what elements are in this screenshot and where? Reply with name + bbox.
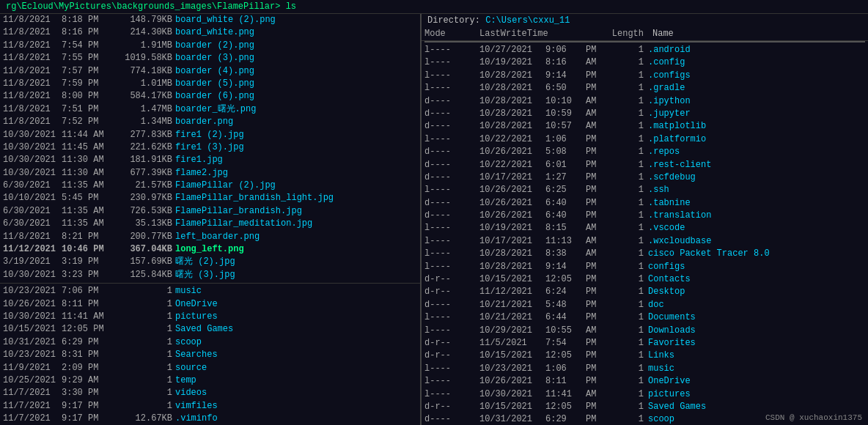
table-row[interactable]: d----10/28/202110:59AM1.jupyter (422, 108, 868, 120)
left-pane-content[interactable]: 11/8/20218:18 PM148.79KBboard_white (2).… (0, 14, 420, 425)
table-row[interactable]: l----10/23/20211:06PM1music (422, 363, 868, 375)
list-item[interactable]: 10/30/20213:23 PM125.84KB曙光 (3).jpg (0, 269, 420, 281)
table-row[interactable]: d-r--10/15/202112:05PM1Links (422, 350, 868, 362)
top-bar-text: rg\Ecloud\MyPictures\backgrounds_images\… (6, 1, 296, 12)
list-item[interactable]: 3/19/20213:19 PM157.69KB曙光 (2).jpg (0, 256, 420, 268)
list-item[interactable]: 11/7/20219:17 PM12.67KB.viminfo (0, 413, 420, 425)
table-row[interactable]: d----10/26/20215:08PM1.repos (422, 146, 868, 158)
table-row[interactable]: d----10/26/20216:40PM1.tabnine (422, 197, 868, 210)
dir-path: C:\Users\cxxu_11 (485, 15, 570, 26)
list-item[interactable]: 10/30/202111:44 AM277.83KBfire1 (2).jpg (0, 129, 420, 141)
table-row[interactable]: d-r--10/15/202112:05PM1Contacts (422, 273, 868, 286)
list-item[interactable]: 10/10/20215:45 PM230.97KBFlamePillar_bra… (0, 192, 420, 204)
list-item[interactable]: 6/30/202111:35 AM21.57KBFlamePillar (2).… (0, 180, 420, 192)
list-item[interactable]: 10/23/20217:06 PM1music (0, 285, 420, 298)
list-item[interactable]: 11/7/20213:30 PM1videos (0, 387, 420, 399)
list-item[interactable]: 11/7/20219:17 PM1vimfiles (0, 400, 420, 413)
left-pane-wrapper: 11/8/20218:18 PM148.79KBboard_white (2).… (0, 14, 420, 425)
list-item[interactable]: 11/8/20217:57 PM774.18KBboarder (4).png (0, 65, 420, 78)
table-row[interactable]: d----10/26/20216:40PM1.translation (422, 210, 868, 222)
table-row[interactable]: d----10/28/202110:57AM1.matplotlib (422, 120, 868, 133)
list-item[interactable]: 10/31/20216:29 PM1scoop (0, 336, 420, 349)
header-lwt: LastWriteTime (479, 29, 608, 39)
header-len: Length (608, 29, 648, 39)
table-row[interactable]: l----10/28/20218:38AM1cisco Packet Trace… (422, 248, 868, 260)
list-item[interactable]: 10/30/202111:30 AM677.39KBflame2.jpg (0, 167, 420, 180)
list-item[interactable]: 10/30/202111:45 AM221.62KBfire1 (3).jpg (0, 141, 420, 154)
table-row[interactable]: l----10/27/20219:06PM1.android (422, 44, 868, 56)
right-pane-content[interactable]: l----10/27/20219:06PM1.androidl----10/19… (422, 44, 868, 425)
list-item[interactable]: 11/12/202110:46 PM367.04KBlong_left.png (0, 243, 420, 256)
table-row[interactable]: l----10/17/202111:13AM1.wxcloudbase (422, 235, 868, 248)
list-item[interactable]: 11/8/20217:59 PM1.01MBboarder (5).png (0, 78, 420, 90)
table-row[interactable]: l----10/26/20218:11PM1OneDrive (422, 375, 868, 388)
dir-header: Directory: C:\Users\cxxu_11 (422, 14, 868, 27)
left-pane-divider (0, 283, 420, 284)
table-row[interactable]: d----10/21/20215:48PM1doc (422, 299, 868, 311)
list-item[interactable]: 10/15/202112:05 PM1Saved Games (0, 323, 420, 336)
list-item[interactable]: 6/30/202111:35 AM726.53KBFlamePillar_bra… (0, 205, 420, 218)
list-item[interactable]: 11/8/20217:54 PM1.91MBboarder (2).png (0, 40, 420, 52)
table-row[interactable]: l----10/22/20211:06PM1.platformio (422, 133, 868, 146)
header-mode: Mode (424, 29, 479, 39)
list-item[interactable]: 11/8/20218:00 PM584.17KBboarder (6).png (0, 90, 420, 103)
table-row[interactable]: l----10/28/20219:14PM1.configs (422, 70, 868, 82)
table-row[interactable]: d----10/28/202110:10AM1.ipython (422, 95, 868, 108)
list-item[interactable]: 11/8/20217:51 PM1.47MBboarder_曙光.png (0, 103, 420, 116)
list-item[interactable]: 11/8/20218:18 PM148.79KBboard_white (2).… (0, 14, 420, 26)
table-row[interactable]: d----10/17/20211:27PM1.scfdebug (422, 171, 868, 184)
list-item[interactable]: 10/25/20219:29 AM1temp (0, 374, 420, 387)
list-item[interactable]: 11/8/20217:55 PM1019.58KBboarder (3).png (0, 52, 420, 64)
list-item[interactable]: 11/8/20217:52 PM1.34MBboarder.png (0, 116, 420, 128)
top-bar: rg\Ecloud\MyPictures\backgrounds_images\… (0, 0, 868, 14)
table-row[interactable]: l----10/26/20216:25PM1.ssh (422, 184, 868, 196)
list-item[interactable]: 6/30/202111:35 AM35.13KBFlamePillar_medi… (0, 218, 420, 230)
dir-label: Directory: (427, 15, 480, 26)
main-container: 11/8/20218:18 PM148.79KBboard_white (2).… (0, 14, 868, 425)
left-pane: 11/8/20218:18 PM148.79KBboard_white (2).… (0, 14, 422, 425)
list-item[interactable]: 10/26/20218:11 PM1OneDrive (0, 298, 420, 311)
list-item[interactable]: 11/8/20218:16 PM214.30KBboard_white.png (0, 26, 420, 39)
table-row[interactable]: l----10/28/20216:50PM1.gradle (422, 82, 868, 95)
table-row[interactable]: d----10/22/20216:01PM1.rest-client (422, 159, 868, 171)
table-row[interactable]: d-r--11/12/20216:24PM1Desktop (422, 286, 868, 298)
table-row[interactable]: d-r--10/15/202112:05PM1Saved Games (422, 401, 868, 413)
table-row[interactable]: l----10/30/202111:41AM1pictures (422, 388, 868, 401)
table-row[interactable]: l----10/21/20216:44PM1Documents (422, 311, 868, 324)
list-item[interactable]: 10/30/202111:30 AM181.91KBfire1.jpg (0, 154, 420, 166)
list-item[interactable]: 10/23/20218:31 PM1Searches (0, 349, 420, 361)
list-item[interactable]: 10/30/202111:41 AM1pictures (0, 311, 420, 323)
right-pane: Directory: C:\Users\cxxu_11 Mode LastWri… (422, 14, 868, 425)
right-pane-wrapper: l----10/27/20219:06PM1.androidl----10/19… (422, 44, 868, 425)
list-item[interactable]: 11/9/20212:09 PM1source (0, 362, 420, 374)
table-row[interactable]: l----10/29/202110:55AM1Downloads (422, 325, 868, 337)
table-row[interactable]: l----10/28/20219:14PM1configs (422, 261, 868, 273)
table-row[interactable]: l----10/19/20218:15AM1.vscode (422, 222, 868, 234)
col-header: Mode LastWriteTime Length Name (422, 27, 868, 41)
table-row[interactable]: d-r--11/5/20217:54PM1Favorites (422, 337, 868, 350)
table-row[interactable]: l----10/19/20218:16AM1.config (422, 56, 868, 69)
header-name: Name (652, 29, 674, 39)
watermark: CSDN @ xuchaoxin1375 (765, 413, 862, 422)
list-item[interactable]: 11/8/20218:21 PM200.77KBleft_boarder.png (0, 231, 420, 243)
